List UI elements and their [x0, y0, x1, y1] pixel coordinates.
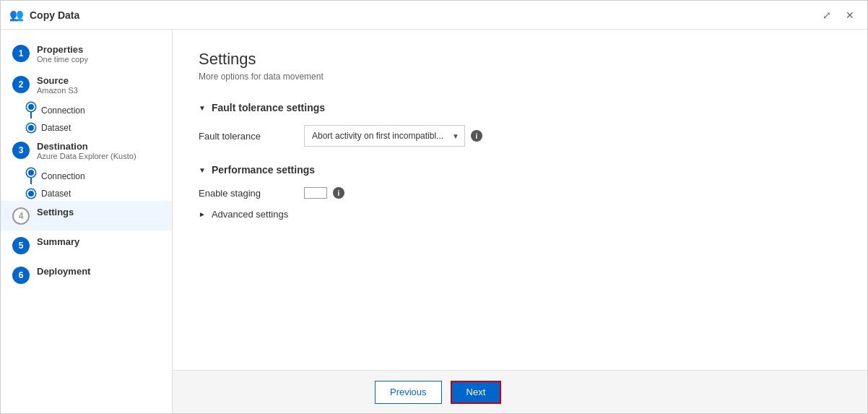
advanced-settings-label: Advanced settings	[212, 209, 288, 220]
fault-tolerance-header: ▼ Fault tolerance settings	[199, 102, 841, 113]
fault-tolerance-select-wrapper: Abort activity on first incompatibl... ▼	[304, 125, 465, 147]
copy-data-icon: 👥	[9, 8, 24, 22]
title-bar-left: 👥 Copy Data	[9, 8, 79, 22]
advanced-settings-row[interactable]: ► Advanced settings	[199, 209, 841, 220]
sidebar-item-summary[interactable]: 5 Summary	[1, 230, 172, 260]
destination-label: Destination	[37, 141, 136, 152]
close-button[interactable]: ✕	[841, 7, 859, 24]
source-dataset-dot	[27, 124, 35, 132]
main-panel: Settings More options for data movement …	[173, 30, 867, 413]
fault-tolerance-select[interactable]: Abort activity on first incompatibl...	[304, 125, 465, 147]
page-title: Settings	[199, 50, 841, 69]
step-badge-2: 2	[12, 76, 30, 93]
source-label: Source	[37, 75, 78, 86]
source-connection-label[interactable]: Connection	[41, 105, 85, 116]
enable-staging-toggle[interactable]	[304, 187, 327, 199]
source-sub-items: Connection Dataset	[1, 100, 172, 135]
source-dataset-label[interactable]: Dataset	[41, 123, 71, 133]
advanced-chevron-icon: ►	[199, 210, 206, 218]
fault-tolerance-collapse-icon[interactable]: ▼	[199, 104, 206, 112]
sidebar-item-settings[interactable]: 4 Settings	[1, 201, 172, 230]
destination-subtitle: Azure Data Explorer (Kusto)	[37, 152, 136, 160]
destination-sub-items: Connection Dataset	[1, 166, 172, 201]
deployment-label: Deployment	[37, 266, 90, 277]
performance-header: ▼ Performance settings	[199, 164, 841, 176]
dest-connection-label[interactable]: Connection	[41, 171, 85, 181]
next-button[interactable]: Next	[451, 381, 502, 404]
app-container: 👥 Copy Data ⤢ ✕ 1 Properties One time co…	[0, 0, 868, 414]
source-subtitle: Amazon S3	[37, 86, 78, 95]
fault-tolerance-info-icon[interactable]: i	[471, 130, 482, 142]
dest-dataset-dot	[27, 189, 35, 198]
source-line-1	[30, 111, 32, 118]
sidebar-item-destination[interactable]: 3 Destination Azure Data Explorer (Kusto…	[1, 135, 172, 166]
fault-tolerance-title: Fault tolerance settings	[212, 102, 325, 113]
properties-label: Properties	[37, 44, 88, 55]
sidebar-item-deployment[interactable]: 6 Deployment	[1, 260, 172, 290]
step-badge-3: 3	[12, 142, 30, 159]
dest-connection-dot	[27, 168, 35, 177]
collapse-icon: ⤢	[823, 9, 831, 21]
title-bar-right: ⤢ ✕	[818, 7, 859, 24]
source-connection-dot	[27, 103, 35, 111]
sidebar-item-source[interactable]: 2 Source Amazon S3	[1, 69, 172, 100]
enable-staging-row: Enable staging i	[199, 187, 841, 199]
sidebar: 1 Properties One time copy 2 Source Amaz…	[1, 30, 173, 413]
fault-tolerance-section: ▼ Fault tolerance settings Fault toleran…	[199, 102, 841, 147]
dest-line-1	[30, 177, 32, 184]
step-badge-6: 6	[12, 267, 30, 284]
previous-button[interactable]: Previous	[375, 381, 442, 404]
step-badge-4: 4	[12, 207, 30, 225]
summary-label: Summary	[37, 236, 79, 247]
title-bar: 👥 Copy Data ⤢ ✕	[1, 1, 867, 30]
fault-tolerance-control: Abort activity on first incompatibl... ▼…	[304, 125, 482, 147]
performance-section: ▼ Performance settings Enable staging i …	[199, 164, 841, 220]
collapse-button[interactable]: ⤢	[818, 7, 836, 24]
performance-collapse-icon[interactable]: ▼	[199, 166, 206, 174]
performance-title: Performance settings	[212, 164, 315, 176]
dest-dataset-label[interactable]: Dataset	[41, 189, 71, 199]
footer: Previous Next	[173, 370, 867, 413]
enable-staging-control: i	[304, 187, 344, 199]
main-content: 1 Properties One time copy 2 Source Amaz…	[1, 30, 867, 413]
fault-tolerance-field-row: Fault tolerance Abort activity on first …	[199, 125, 841, 147]
step-badge-5: 5	[12, 237, 30, 254]
content-area: Settings More options for data movement …	[173, 30, 867, 370]
enable-staging-label: Enable staging	[199, 188, 292, 199]
close-icon: ✕	[846, 9, 854, 21]
fault-tolerance-label: Fault tolerance	[199, 131, 292, 142]
page-subtitle: More options for data movement	[199, 72, 841, 82]
sidebar-item-properties[interactable]: 1 Properties One time copy	[1, 38, 172, 69]
enable-staging-info-icon[interactable]: i	[333, 187, 344, 199]
step-badge-1: 1	[12, 45, 30, 62]
properties-subtitle: One time copy	[37, 55, 88, 64]
settings-label: Settings	[37, 207, 74, 217]
app-title: Copy Data	[30, 9, 79, 21]
